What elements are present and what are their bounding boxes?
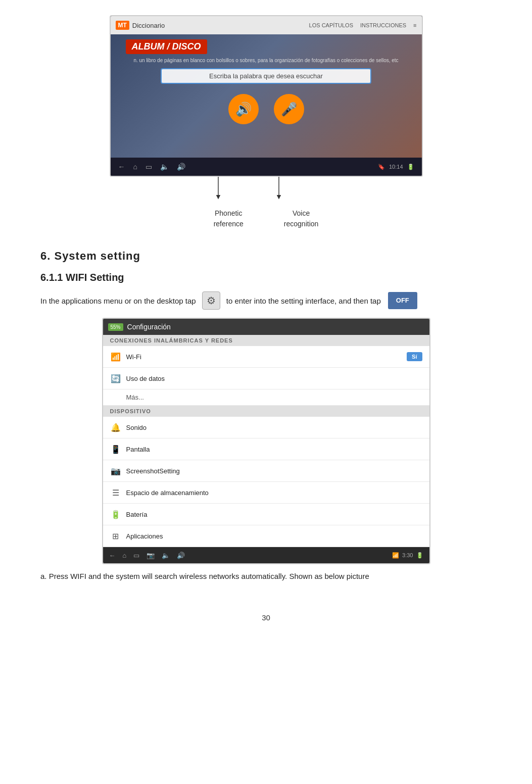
action-buttons-row: 🔊 🎤 bbox=[228, 94, 304, 124]
settings-icon-inline[interactable] bbox=[202, 291, 220, 310]
data-label: Uso de datos bbox=[126, 375, 165, 382]
back-icon[interactable]: ← bbox=[118, 163, 125, 171]
wifi-label: Wi-Fi bbox=[126, 353, 141, 361]
instructions-link[interactable]: INSTRUCCIONES bbox=[360, 22, 406, 28]
app-topbar: MT Diccionario LOS CAPÍTULOS INSTRUCCION… bbox=[111, 16, 422, 34]
sound-item[interactable]: 🔔 Sonido bbox=[103, 417, 429, 438]
storage-item[interactable]: ☰ Espacio de almacenamiento bbox=[103, 482, 429, 504]
settings-screenshot: 55% Configuración CONEXIONES INALÁMBRICA… bbox=[102, 318, 430, 564]
bottom-text: a. Press WIFI and the system will search… bbox=[40, 569, 492, 583]
data-usage-left: 🔄 Uso de datos bbox=[110, 373, 165, 384]
body-text-after-icon: to enter into the setting interface, and… bbox=[226, 294, 381, 308]
labels-row: Phonetic reference Voice recognition bbox=[110, 208, 423, 229]
screenshot-content: ALBUM / DISCO n. un libro de páginas en … bbox=[111, 34, 422, 158]
menu-icon[interactable]: ≡ bbox=[413, 22, 416, 28]
battery-status-icon: 🔋 bbox=[416, 552, 423, 559]
home-icon[interactable]: ⌂ bbox=[133, 163, 137, 171]
nav-icons: ← ⌂ ▭ 🔈 🔊 bbox=[118, 163, 185, 171]
voice-button[interactable]: 🎤 bbox=[274, 94, 304, 124]
album-title: ALBUM / DISCO bbox=[126, 39, 207, 54]
settings-title: Configuración bbox=[127, 323, 424, 331]
app-topbar-right: LOS CAPÍTULOS INSTRUCCIONES ≡ bbox=[309, 22, 417, 28]
display-item[interactable]: 📱 Pantalla bbox=[103, 438, 429, 460]
storage-label: Espacio de almacenamiento bbox=[126, 489, 209, 497]
apps-label: Aplicaciones bbox=[126, 532, 163, 540]
apps-icon: ⊞ bbox=[110, 530, 121, 542]
app-topbar-title: Diccionario bbox=[132, 22, 165, 29]
page-footer: 30 bbox=[40, 613, 492, 622]
body-text-before-icon: In the applications menu or on the deskt… bbox=[40, 294, 196, 308]
settings-bottombar: ← ⌂ ▭ 📷 🔈 🔊 📶 3:30 🔋 bbox=[103, 547, 429, 563]
time-display: 10:14 bbox=[389, 164, 403, 170]
search-input-display[interactable]: Escriba la palabra que desea escuchar bbox=[161, 68, 371, 84]
mas-item[interactable]: Más... bbox=[103, 389, 429, 406]
off-button[interactable]: OFF bbox=[388, 292, 417, 309]
data-usage-item[interactable]: 🔄 Uso de datos bbox=[103, 368, 429, 389]
mt-logo: MT bbox=[116, 21, 129, 30]
vol-up-btn[interactable]: 🔊 bbox=[177, 552, 185, 559]
settings-body: CONEXIONES INALÁMBRICAS Y REDES 📶 Wi-Fi … bbox=[103, 335, 429, 547]
bookmark-icon: 🔖 bbox=[378, 164, 385, 170]
battery-icon-small: 🔋 bbox=[407, 164, 414, 170]
back-btn[interactable]: ← bbox=[109, 552, 116, 559]
bottom-nav-icons: ← ⌂ ▭ 📷 🔈 🔊 bbox=[109, 552, 185, 559]
vol-down-btn[interactable]: 🔈 bbox=[162, 552, 170, 559]
settings-topbar: 55% Configuración bbox=[103, 319, 429, 335]
battery-icon-settings: 🔋 bbox=[110, 509, 121, 520]
bottom-status: 📶 3:30 🔋 bbox=[392, 552, 423, 559]
wifi-icon: 📶 bbox=[110, 351, 121, 362]
subsection-6-1-1-heading: 6.1.1 WIFI Setting bbox=[40, 272, 492, 283]
display-icon: 📱 bbox=[110, 444, 121, 455]
volume-down-icon[interactable]: 🔈 bbox=[160, 163, 169, 171]
sound-item-left: 🔔 Sonido bbox=[110, 422, 147, 433]
sound-icon: 🔔 bbox=[110, 422, 121, 433]
wifi-item-left: 📶 Wi-Fi bbox=[110, 351, 141, 362]
device-section-header: DISPOSITIVO bbox=[103, 406, 429, 417]
section-6-heading: 6. System setting bbox=[40, 250, 492, 263]
apps-item-left: ⊞ Aplicaciones bbox=[110, 530, 163, 542]
display-label: Pantalla bbox=[126, 446, 150, 453]
camera-btn[interactable]: 📷 bbox=[147, 552, 155, 559]
wifi-toggle[interactable]: Sí bbox=[407, 352, 422, 361]
data-icon: 🔄 bbox=[110, 373, 121, 384]
screenshot-icon: 📷 bbox=[110, 465, 121, 476]
recent-icon[interactable]: ▭ bbox=[146, 163, 152, 171]
mic-icon: 🎤 bbox=[281, 102, 297, 117]
phonetic-label: Phonetic reference bbox=[214, 208, 244, 229]
settings-time: 3:30 bbox=[402, 552, 413, 558]
status-right: 🔖 10:14 🔋 bbox=[378, 164, 414, 170]
battery-item[interactable]: 🔋 Batería bbox=[103, 504, 429, 525]
apps-item[interactable]: ⊞ Aplicaciones bbox=[103, 525, 429, 547]
speaker-icon: 🔊 bbox=[235, 102, 252, 117]
screenshot-setting-left: 📷 ScreenshotSetting bbox=[110, 465, 180, 476]
screenshot-label: ScreenshotSetting bbox=[126, 467, 180, 475]
storage-item-left: ☰ Espacio de almacenamiento bbox=[110, 487, 209, 498]
screenshot-bottombar: ← ⌂ ▭ 🔈 🔊 🔖 10:14 🔋 bbox=[111, 158, 422, 176]
wireless-section-header: CONEXIONES INALÁMBRICAS Y REDES bbox=[103, 335, 429, 346]
battery-item-left: 🔋 Batería bbox=[110, 509, 148, 520]
app-topbar-left: MT Diccionario bbox=[116, 21, 165, 30]
phone-screenshot-1: MT Diccionario LOS CAPÍTULOS INSTRUCCION… bbox=[110, 15, 423, 177]
battery-label: Batería bbox=[126, 511, 148, 518]
voice-label: Voice recognition bbox=[284, 208, 319, 229]
display-item-left: 📱 Pantalla bbox=[110, 444, 150, 455]
home-btn[interactable]: ⌂ bbox=[123, 552, 127, 559]
signal-icon: 📶 bbox=[392, 552, 399, 559]
volume-up-icon[interactable]: 🔊 bbox=[177, 163, 185, 171]
storage-icon: ☰ bbox=[110, 487, 121, 498]
wifi-item[interactable]: 📶 Wi-Fi Sí bbox=[103, 346, 429, 368]
screenshot-section: MT Diccionario LOS CAPÍTULOS INSTRUCCION… bbox=[40, 15, 492, 229]
battery-percentage: 55% bbox=[108, 323, 123, 331]
chapters-link[interactable]: LOS CAPÍTULOS bbox=[309, 22, 353, 28]
page-number: 30 bbox=[262, 613, 270, 622]
body-text-wifi: In the applications menu or on the deskt… bbox=[40, 291, 492, 310]
album-description: n. un libro de páginas en blanco con bol… bbox=[130, 57, 401, 64]
phonetic-button[interactable]: 🔊 bbox=[228, 94, 259, 124]
recent-btn[interactable]: ▭ bbox=[133, 552, 139, 559]
page-container: MT Diccionario LOS CAPÍTULOS INSTRUCCION… bbox=[0, 0, 532, 784]
sound-label: Sonido bbox=[126, 424, 147, 431]
screenshot-setting-item[interactable]: 📷 ScreenshotSetting bbox=[103, 460, 429, 482]
arrows-svg bbox=[110, 177, 423, 202]
